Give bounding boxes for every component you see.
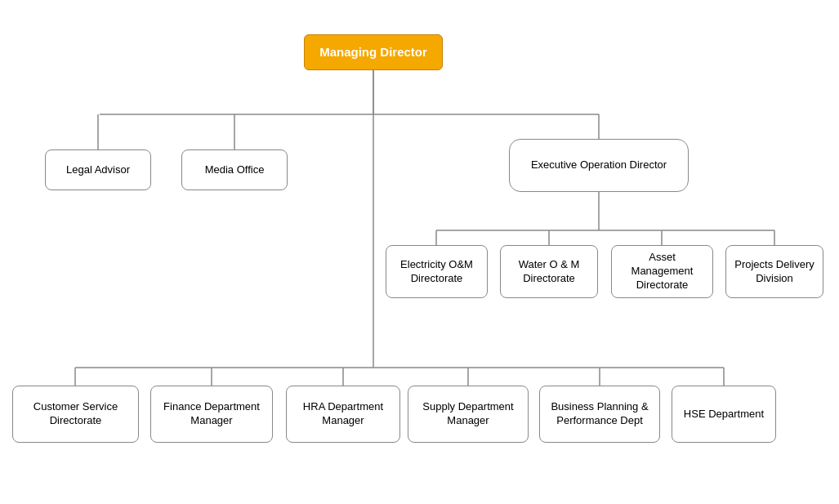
electricity-oam-label: Electricity O&M Directorate <box>393 258 480 286</box>
hra-dept-label: HRA Department Manager <box>293 400 393 428</box>
business-planning-node: Business Planning & Performance Dept <box>539 386 660 443</box>
customer-service-label: Customer Service Directorate <box>20 400 132 428</box>
media-office-label: Media Office <box>205 163 265 177</box>
hse-dept-label: HSE Department <box>684 408 764 421</box>
exec-op-director-label: Executive Operation Director <box>531 158 667 172</box>
customer-service-node: Customer Service Directorate <box>12 386 139 443</box>
hra-dept-node: HRA Department Manager <box>286 386 400 443</box>
supply-dept-node: Supply Department Manager <box>408 386 529 443</box>
business-planning-label: Business Planning & Performance Dept <box>547 400 653 428</box>
exec-operation-director-node: Executive Operation Director <box>509 139 689 192</box>
managing-director-node: Managing Director <box>304 34 443 70</box>
org-chart: Managing Director Legal Advisor Media Of… <box>0 0 839 504</box>
water-oam-node: Water O & M Directorate <box>500 245 598 298</box>
projects-delivery-label: Projects Delivery Division <box>733 258 816 286</box>
finance-dept-label: Finance Department Manager <box>158 400 266 428</box>
water-oam-label: Water O & M Directorate <box>507 258 591 286</box>
legal-advisor-label: Legal Advisor <box>66 163 130 177</box>
media-office-node: Media Office <box>181 149 288 190</box>
asset-mgmt-node: Asset Management Directorate <box>611 245 713 298</box>
managing-director-label: Managing Director <box>319 44 427 60</box>
electricity-oam-node: Electricity O&M Directorate <box>386 245 488 298</box>
finance-dept-node: Finance Department Manager <box>150 386 273 443</box>
asset-mgmt-label: Asset Management Directorate <box>618 251 706 292</box>
hse-dept-node: HSE Department <box>672 386 776 443</box>
projects-delivery-node: Projects Delivery Division <box>725 245 823 298</box>
legal-advisor-node: Legal Advisor <box>45 149 151 190</box>
supply-dept-label: Supply Department Manager <box>415 400 521 428</box>
